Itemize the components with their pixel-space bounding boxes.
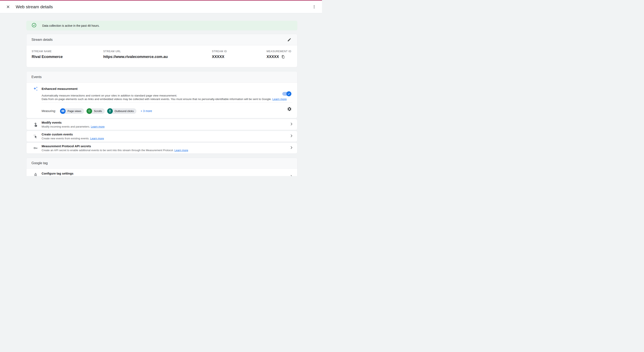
sparkle-icon bbox=[33, 86, 38, 93]
measurement-id-value: XXXXX bbox=[266, 55, 279, 59]
row-title: Configure tag settings bbox=[42, 172, 159, 175]
measuring-row: Measuring: Page views Scrolls bbox=[42, 108, 152, 114]
eye-icon bbox=[60, 108, 66, 114]
mouse-icon bbox=[107, 108, 113, 114]
stream-id-label: STREAM ID bbox=[212, 50, 227, 53]
google-tag-title: Google tag bbox=[32, 161, 48, 165]
create-custom-events-learn-more-link[interactable]: Learn more bbox=[90, 137, 104, 140]
events-header: Events bbox=[26, 72, 297, 83]
measurement-protocol-api-secrets-row[interactable]: Measurement Protocol API secrets Create … bbox=[26, 142, 297, 154]
stream-details-title: Stream details bbox=[32, 38, 52, 42]
row-description: Create an API secret to enable additiona… bbox=[42, 149, 174, 152]
create-custom-events-row[interactable]: Create custom events Create new events f… bbox=[26, 131, 297, 142]
stream-name-value: Rival Ecommerce bbox=[32, 55, 63, 59]
data-collection-banner: Data collection is active in the past 48… bbox=[26, 21, 297, 31]
stream-details-card: Stream details STREAM NAME Rival Ecommer… bbox=[26, 34, 297, 67]
page-title: Web stream details bbox=[16, 4, 311, 9]
chip-label: Scrolls bbox=[94, 110, 102, 113]
stream-url-label: STREAM URL bbox=[103, 50, 168, 53]
stream-url-value: https://www.rivalecommerce.com.au bbox=[103, 55, 168, 59]
enhanced-measurement-title: Enhanced measurement bbox=[42, 87, 78, 91]
edit-icon[interactable] bbox=[286, 37, 292, 43]
chevron-right-icon[interactable] bbox=[289, 134, 294, 139]
header: Web stream details bbox=[0, 1, 322, 13]
scroll-icon bbox=[86, 108, 92, 114]
measuring-label: Measuring: bbox=[42, 109, 56, 113]
modify-events-learn-more-link[interactable]: Learn more bbox=[91, 125, 104, 128]
chevron-right-icon[interactable] bbox=[289, 146, 294, 151]
stream-details-body: STREAM NAME Rival Ecommerce STREAM URL h… bbox=[26, 45, 297, 67]
enhanced-measurement-section: Enhanced measurement Automatically measu… bbox=[26, 83, 297, 118]
configure-tag-settings-row[interactable]: Configure tag settings Configure your Go… bbox=[26, 169, 297, 176]
row-description: Modify incoming events and parameters. bbox=[42, 125, 90, 128]
stream-url-field: STREAM URL https://www.rivalecommerce.co… bbox=[103, 50, 168, 59]
gear-icon[interactable] bbox=[286, 106, 292, 112]
description-line-2: Data from on-page elements such as links… bbox=[42, 98, 272, 101]
row-title: Create custom events bbox=[42, 133, 104, 136]
toggle-thumb bbox=[286, 91, 291, 96]
row-description: Create new events from existing events. bbox=[42, 137, 90, 140]
chip-label: Page views bbox=[68, 110, 81, 113]
measurement-id-field: MEASUREMENT ID XXXXX bbox=[266, 50, 291, 59]
events-card: Events Enhanced measurement Automaticall… bbox=[26, 71, 297, 118]
more-options-icon[interactable] bbox=[311, 4, 317, 10]
enhanced-learn-more-link[interactable]: Learn more bbox=[272, 98, 286, 101]
check-circle-icon bbox=[32, 23, 36, 28]
events-title: Events bbox=[32, 75, 42, 79]
row-title: Modify events bbox=[42, 121, 104, 124]
touch-icon bbox=[33, 122, 38, 127]
stream-name-label: STREAM NAME bbox=[32, 50, 63, 53]
description-line-1: Automatically measure interactions and c… bbox=[42, 94, 177, 97]
chip-page-views[interactable]: Page views bbox=[60, 108, 84, 114]
google-tag-card: Google tag Configure tag settings Config… bbox=[26, 158, 297, 176]
google-tag-icon bbox=[33, 172, 38, 176]
api-secrets-learn-more-link[interactable]: Learn more bbox=[174, 149, 188, 152]
stream-details-header: Stream details bbox=[26, 34, 297, 45]
chevron-right-icon[interactable] bbox=[289, 174, 294, 176]
chip-label: Outbound clicks bbox=[115, 110, 134, 113]
chevron-right-icon[interactable] bbox=[289, 122, 294, 127]
cursor-sparkle-icon bbox=[33, 134, 38, 139]
google-tag-header: Google tag bbox=[26, 158, 297, 169]
more-chips-link[interactable]: + 3 more bbox=[140, 109, 152, 113]
enhanced-measurement-description: Automatically measure interactions and c… bbox=[42, 94, 286, 101]
copy-icon[interactable] bbox=[281, 55, 285, 59]
stream-name-field: STREAM NAME Rival Ecommerce bbox=[32, 50, 63, 59]
row-title: Measurement Protocol API secrets bbox=[42, 145, 188, 148]
divider bbox=[42, 102, 292, 103]
measurement-id-label: MEASUREMENT ID bbox=[266, 50, 291, 53]
modify-events-row[interactable]: Modify events Modify incoming events and… bbox=[26, 119, 297, 130]
banner-text: Data collection is active in the past 48… bbox=[42, 24, 100, 27]
close-icon[interactable] bbox=[5, 4, 11, 10]
chip-scrolls[interactable]: Scrolls bbox=[86, 108, 105, 114]
content-area: Data collection is active in the past 48… bbox=[0, 13, 322, 176]
chip-outbound-clicks[interactable]: Outbound clicks bbox=[107, 108, 136, 114]
stream-id-value: XXXXX bbox=[212, 55, 224, 59]
key-icon bbox=[33, 146, 38, 151]
stream-id-field: STREAM ID XXXXX bbox=[212, 50, 227, 59]
